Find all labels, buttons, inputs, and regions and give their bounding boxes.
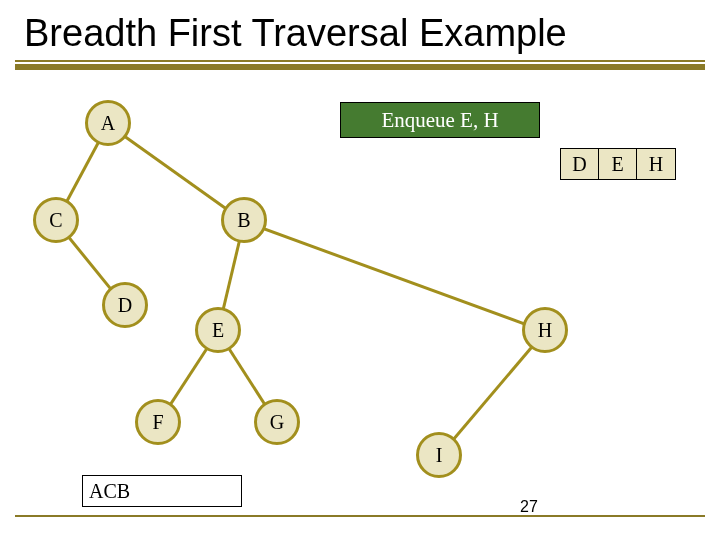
node-c: C bbox=[33, 197, 79, 243]
page-number: 27 bbox=[520, 498, 538, 516]
visited-box: ACB bbox=[82, 475, 242, 507]
queue-cell: E bbox=[599, 149, 637, 179]
queue: D E H bbox=[560, 148, 676, 180]
edge bbox=[243, 220, 545, 333]
status-box: Enqueue E, H bbox=[340, 102, 540, 138]
queue-cell: D bbox=[561, 149, 599, 179]
node-i: I bbox=[416, 432, 462, 478]
node-a: A bbox=[85, 100, 131, 146]
node-b: B bbox=[221, 197, 267, 243]
node-d: D bbox=[102, 282, 148, 328]
queue-cell: H bbox=[637, 149, 675, 179]
node-g: G bbox=[254, 399, 300, 445]
node-f: F bbox=[135, 399, 181, 445]
page-title: Breadth First Traversal Example bbox=[24, 12, 567, 55]
title-underline-thin bbox=[15, 60, 705, 62]
footer-line bbox=[15, 515, 705, 517]
title-underline-thick bbox=[15, 64, 705, 70]
node-e: E bbox=[195, 307, 241, 353]
node-h: H bbox=[522, 307, 568, 353]
